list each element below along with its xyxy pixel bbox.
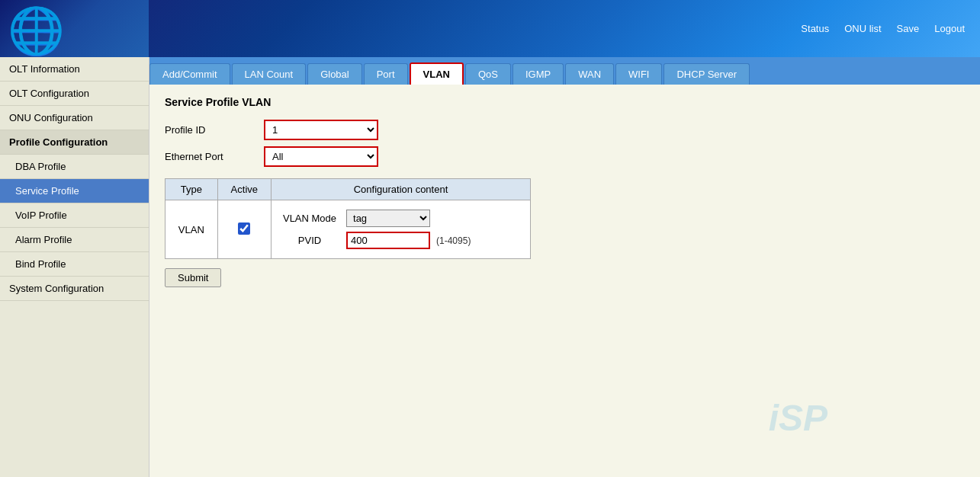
tab-lan-count[interactable]: LAN Count <box>232 63 307 85</box>
sidebar-item-olt-info[interactable]: OLT Information <box>0 57 149 82</box>
submit-button[interactable]: Submit <box>165 268 221 287</box>
pvid-range: (1-4095) <box>436 235 471 246</box>
sidebar: OLT Information OLT Configuration ONU Co… <box>0 57 149 477</box>
tab-wan[interactable]: WAN <box>565 63 614 85</box>
col-type: Type <box>165 179 218 200</box>
save-link[interactable]: Save <box>897 23 920 34</box>
page-title: Service Profile VLAN <box>165 96 965 108</box>
col-config: Configuration content <box>272 179 531 200</box>
pvid-label: PVID <box>279 235 340 246</box>
logout-link[interactable]: Logout <box>934 23 965 34</box>
ethernet-port-label: Ethernet Port <box>165 151 264 162</box>
profile-id-label: Profile ID <box>165 124 264 136</box>
pvid-row: PVID (1-4095) <box>279 232 522 249</box>
sidebar-item-sys-config[interactable]: System Configuration <box>0 277 149 301</box>
tab-bar: Add/Commit LAN Count Global Port VLAN Qo… <box>149 57 980 85</box>
tab-qos[interactable]: QoS <box>465 63 511 85</box>
sidebar-item-profile-config[interactable]: Profile Configuration <box>0 130 149 155</box>
profile-id-select[interactable]: 1 2 3 4 5 <box>264 120 378 140</box>
tab-port[interactable]: Port <box>364 63 408 85</box>
main-layout: OLT Information OLT Configuration ONU Co… <box>0 57 980 477</box>
vlan-config: VLAN Mode tag transparent translate PVID <box>279 206 522 252</box>
type-cell: VLAN <box>165 200 218 259</box>
profile-id-row: Profile ID 1 2 3 4 5 <box>165 120 965 140</box>
sidebar-item-dba-profile[interactable]: DBA Profile <box>0 155 149 179</box>
config-content-cell: VLAN Mode tag transparent translate PVID <box>272 200 531 259</box>
sidebar-item-olt-config[interactable]: OLT Configuration <box>0 82 149 106</box>
tab-dhcp-server[interactable]: DHCP Server <box>664 63 750 85</box>
vlan-content: Service Profile VLAN Profile ID 1 2 3 4 … <box>149 85 980 477</box>
active-cell <box>217 200 271 259</box>
tab-wifi[interactable]: WIFI <box>615 63 662 85</box>
status-link[interactable]: Status <box>801 23 829 34</box>
header-logo <box>0 0 149 57</box>
col-active: Active <box>217 179 271 200</box>
vlan-mode-row: VLAN Mode tag transparent translate <box>279 210 522 227</box>
sidebar-item-service-profile[interactable]: Service Profile <box>0 179 149 203</box>
tab-global[interactable]: Global <box>307 63 362 85</box>
sidebar-item-alarm-profile[interactable]: Alarm Profile <box>0 228 149 252</box>
vlan-mode-label: VLAN Mode <box>279 213 340 224</box>
ethernet-port-select[interactable]: All 1 2 3 4 <box>264 146 378 167</box>
main-content: Add/Commit LAN Count Global Port VLAN Qo… <box>149 57 980 477</box>
sidebar-item-voip-profile[interactable]: VoIP Profile <box>0 203 149 228</box>
active-checkbox[interactable] <box>238 222 250 235</box>
onu-list-link[interactable]: ONU list <box>844 23 881 34</box>
header: Status ONU list Save Logout <box>0 0 980 57</box>
pvid-input[interactable] <box>346 232 430 249</box>
tab-igmp[interactable]: IGMP <box>512 63 564 85</box>
ethernet-port-row: Ethernet Port All 1 2 3 4 <box>165 146 965 167</box>
config-table: Type Active Configuration content VLAN <box>165 178 531 259</box>
sidebar-item-bind-profile[interactable]: Bind Profile <box>0 252 149 277</box>
tab-vlan[interactable]: VLAN <box>410 62 464 85</box>
header-nav: Status ONU list Save Logout <box>801 23 965 34</box>
watermark: iSP <box>769 397 827 439</box>
table-row: VLAN VLAN Mode tag transparent <box>165 200 531 259</box>
vlan-mode-select[interactable]: tag transparent translate <box>346 210 430 227</box>
tab-add-commit[interactable]: Add/Commit <box>149 63 230 85</box>
sidebar-item-onu-config[interactable]: ONU Configuration <box>0 106 149 130</box>
